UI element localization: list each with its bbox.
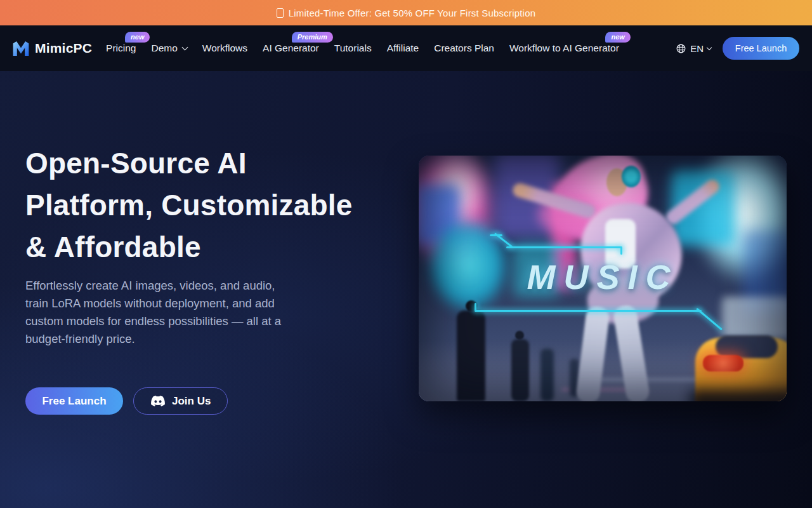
premium-badge: Premium [292,32,333,43]
neon-billboard-blue [419,184,460,244]
logo[interactable]: MimicPC [11,40,92,57]
nav-item-demo[interactable]: Demo [151,43,187,54]
nav-item-label: Affiliate [387,43,419,54]
nav-links: Pricing new Demo Workflows AI Generator … [106,43,619,54]
street-reflection-pink [561,388,647,391]
building-blue [743,231,787,313]
nav-item-workflows[interactable]: Workflows [202,43,247,54]
chevron-down-icon [707,44,712,50]
offer-banner-text: Limited-Time Offer: Get 50% OFF Your Fir… [289,8,535,18]
car-windshield [716,335,778,358]
logo-m-icon [11,40,30,57]
street-glow-center [571,222,660,311]
street-reflection [599,378,736,382]
neon-glow-white [425,156,488,229]
yellow-sports-car [695,338,787,401]
nav-item-label: Creators Plan [434,43,494,54]
hero-section: Open-Source AI Platform, Customizable & … [0,71,812,508]
page-title-line: Open-Source AI [25,142,353,184]
nav-item-label: AI Generator [263,43,319,54]
pedestrian-silhouette [457,311,485,401]
join-us-label: Join Us [172,395,211,408]
page-title-line: & Affordable [25,226,353,268]
hero-description: Effortlessly create AI images, videos, a… [25,277,281,348]
neon-glow-right [688,156,787,286]
nav-item-pricing[interactable]: Pricing new [106,43,136,54]
hero-cta-row: Free Launch Join Us [25,387,228,415]
dancer-hair-wisp [538,195,598,234]
nav-item-label: Pricing [106,43,136,54]
nav-item-creators-plan[interactable]: Creators Plan [434,43,494,54]
new-badge: new [125,32,150,43]
page-title: Open-Source AI Platform, Customizable & … [25,142,353,268]
logo-text: MimicPC [35,41,92,56]
hero-description-line: Effortlessly create AI images, videos, a… [25,277,281,295]
nav-item-ai-generator[interactable]: AI Generator Premium [263,43,319,54]
neon-billboard-purple [494,156,560,238]
hud-line [475,303,476,311]
pedestrian-silhouette [540,349,554,401]
headphones-icon [622,166,641,187]
dancer-hips [586,275,660,326]
discord-icon [150,395,166,407]
nav-item-affiliate[interactable]: Affiliate [387,43,419,54]
nav-item-label: Tutorials [334,43,372,54]
neon-billboard-cyan-right [671,170,735,246]
language-label: EN [690,43,704,54]
neon-billboard-pink [419,156,501,273]
pedestrian-silhouette [511,339,529,401]
free-launch-button-nav[interactable]: Free Launch [723,37,799,60]
dancer-top [605,219,636,269]
hud-line [696,308,723,331]
neon-sign-pink-vertical [552,182,576,290]
hud-line [494,232,513,248]
dancer-face [606,168,627,196]
free-launch-button-hero[interactable]: Free Launch [25,387,123,415]
hero-description-line: custom models for endless possibilities … [25,312,281,330]
page-title-line: Platform, Customizable [25,184,353,226]
dancer-right-leg [612,304,651,401]
nav-item-tutorials[interactable]: Tutorials [334,43,372,54]
nav-right: EN Free Launch [676,37,799,60]
pedestrian-silhouette [515,331,524,340]
hero-description-line: train LoRA models without deployment, an… [25,295,281,312]
car-taillight [703,355,743,371]
join-us-button[interactable]: Join Us [133,387,228,415]
hud-line [475,310,702,312]
dancer-right-arm [664,177,722,227]
globe-icon [676,43,686,54]
hud-line [620,246,622,255]
pedestrian-silhouette [570,359,579,397]
dancer-left-arm [511,182,598,220]
music-overlay-text: MUSIC [419,257,787,297]
neon-billboard-cyan [425,216,511,314]
language-selector[interactable]: EN [676,43,711,54]
hero-description-line: budget-friendly price. [25,330,281,348]
hud-line [490,234,502,236]
car-shadow [690,391,787,401]
nav-item-workflow-to-ai-generator[interactable]: Workflow to AI Generator new [509,43,619,54]
nav-item-label: Workflows [202,43,247,54]
dancer-left-leg [575,305,610,401]
chevron-down-icon [181,44,188,50]
navbar: MimicPC Pricing new Demo Workflows AI Ge… [0,25,812,71]
neon-billboard-cyan-small [513,243,560,297]
offer-banner: Limited-Time Offer: Get 50% OFF Your Fir… [0,0,812,25]
missing-glyph-icon [277,8,284,18]
street-surface [419,341,787,401]
hud-line [506,246,622,248]
dancer-jacket [575,197,687,309]
hero-image: MUSIC [419,156,787,401]
dancer-pink-hair [541,156,658,250]
image-vignette [419,156,787,401]
new-badge: new [605,32,630,43]
billboard-white-right [722,297,787,340]
nav-item-label: Demo [151,43,177,54]
pedestrian-silhouette [466,300,477,312]
nav-item-label: Workflow to AI Generator [509,43,619,54]
